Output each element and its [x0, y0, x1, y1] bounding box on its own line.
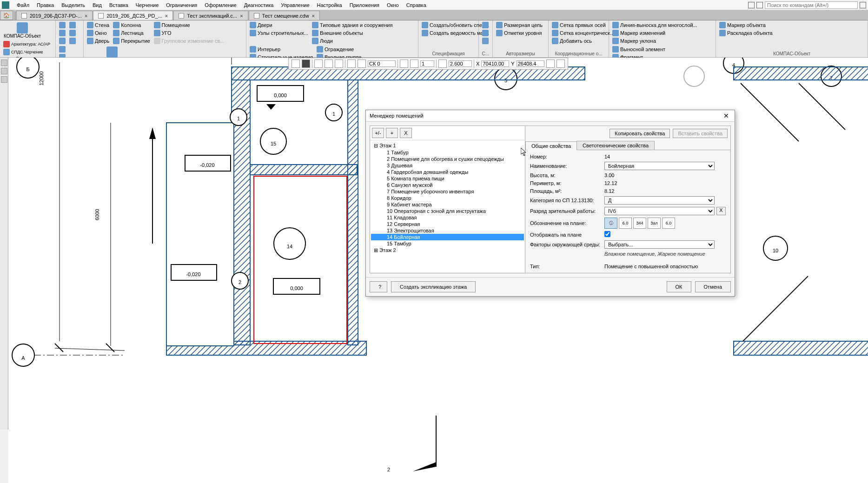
name-select[interactable]: Бойлерная — [604, 162, 715, 170]
tool-button[interactable] — [68, 21, 77, 29]
tab-general[interactable]: Общие свойства — [525, 141, 577, 150]
menu-diag[interactable]: Диагностика — [240, 1, 278, 9]
group-edit-button[interactable]: Групповое изменение св... — [152, 37, 226, 45]
tool-button[interactable] — [58, 29, 67, 37]
restore-icon[interactable] — [748, 2, 755, 8]
close-icon[interactable]: × — [165, 13, 168, 19]
step-input[interactable] — [420, 60, 434, 67]
close-icon[interactable]: × — [312, 13, 315, 19]
people-button[interactable]: Люди — [311, 37, 394, 45]
close-icon[interactable]: × — [240, 13, 243, 19]
leader-button[interactable]: Линия-выноска для многослой... — [611, 21, 699, 29]
command-search-input[interactable] — [765, 1, 858, 9]
designation-option[interactable]: Зал — [648, 218, 661, 229]
plusminus-button[interactable]: +/- — [372, 128, 384, 138]
view-tool-button[interactable] — [410, 60, 418, 68]
grid-rect-button[interactable]: Сетка прямых осей — [550, 21, 607, 29]
menu-draw[interactable]: Черчение — [132, 1, 163, 9]
category-select[interactable]: Д — [604, 196, 715, 205]
sk-input[interactable] — [368, 60, 396, 67]
stairs-button[interactable]: Лестница — [112, 29, 151, 37]
tool-button[interactable] — [68, 29, 77, 37]
statement-button[interactable]: Создать ведомость мат... — [420, 29, 477, 37]
cancel-button[interactable]: Отмена — [695, 281, 731, 292]
designation-option[interactable]: 344 — [633, 218, 646, 229]
level-button[interactable]: Отметки уровня — [495, 29, 546, 37]
menu-window[interactable]: Окно — [383, 1, 403, 9]
view-tool-button[interactable] — [557, 60, 565, 68]
tree-room-node[interactable]: 9 Кабинет мастера — [371, 201, 524, 208]
tree-room-node[interactable]: 1 Тамбур — [371, 149, 524, 156]
close-icon[interactable]: ✕ — [722, 112, 731, 119]
tool-icon[interactable] — [1, 68, 7, 74]
menu-file[interactable]: Файл — [13, 1, 33, 9]
view-tool-button[interactable] — [546, 60, 555, 68]
snap-button[interactable] — [314, 60, 323, 68]
designation-option[interactable]: 6.0 — [619, 218, 632, 229]
tree-room-node[interactable]: 11 Кладовая — [371, 214, 524, 221]
document-tab[interactable]: Тест экспликаций.c...× — [173, 11, 248, 20]
menu-select[interactable]: Выделить — [58, 1, 89, 9]
detail-button[interactable]: Выносной элемент — [611, 46, 667, 53]
env-factors-select[interactable]: Выбрать... — [604, 240, 715, 249]
tree-room-node[interactable]: 6 Санузел мужской — [371, 182, 524, 188]
view-tool-button[interactable] — [302, 60, 310, 68]
view-tool-button[interactable] — [400, 60, 408, 68]
tree-room-node[interactable]: 3 Душевая — [371, 162, 524, 169]
ok-button[interactable]: ОК — [667, 281, 691, 292]
menu-edit[interactable]: Правка — [33, 1, 58, 9]
buildings-button[interactable]: Типовые здания и сооружения — [311, 21, 394, 29]
search-settings-icon[interactable] — [860, 2, 866, 8]
tree-room-node[interactable]: 4 Гардеробная домашней одежды — [371, 169, 524, 175]
room-tree[interactable]: Этаж 1 1 Тамбур2 Помещение для обогрева … — [370, 140, 525, 273]
delete-button[interactable]: X — [400, 128, 412, 138]
column-button[interactable]: Колонна — [112, 21, 151, 29]
tree-room-node[interactable]: 13 Электрощитовая — [371, 227, 524, 234]
tab-lighting[interactable]: Светотехнические свойства — [576, 141, 655, 150]
copy-properties-button[interactable]: Копировать свойства — [610, 129, 670, 138]
room-button[interactable]: Помещение — [152, 21, 226, 29]
slab-button[interactable]: Перекрытие — [112, 37, 151, 45]
nodes-button[interactable]: Узлы строительных... — [248, 29, 310, 37]
menu-apps[interactable]: Приложения — [346, 1, 383, 9]
external-button[interactable]: Внешние объекты — [311, 29, 394, 37]
paste-properties-button[interactable]: Вставить свойства — [673, 129, 728, 138]
menu-manage[interactable]: Управление — [277, 1, 313, 9]
designation-option[interactable]: ⓘ — [604, 218, 617, 229]
x-coord-input[interactable] — [481, 60, 509, 67]
object-marker-button[interactable]: Маркер объекта — [718, 21, 866, 29]
zoom-icon[interactable] — [438, 60, 447, 68]
document-tab[interactable]: Тест смещение.cdw× — [249, 11, 320, 20]
show-on-plan-checkbox[interactable] — [604, 231, 610, 237]
fence-button[interactable]: Ограждение — [315, 46, 388, 53]
wall-button[interactable]: Стена — [86, 21, 111, 29]
menu-help[interactable]: Справка — [403, 1, 430, 9]
dimension-button[interactable]: Размерная цепь — [495, 21, 546, 29]
tool-icon[interactable] — [1, 76, 7, 83]
razryad-select[interactable]: IVб — [604, 207, 715, 215]
document-tab[interactable]: 2019_206-ДС37-PD-...× — [16, 11, 93, 20]
ortho-icon[interactable] — [358, 60, 366, 68]
spec-button[interactable]: Создать/обновить спец... — [420, 21, 477, 29]
tree-floor-node[interactable]: Этаж 2 — [371, 247, 524, 254]
clear-button[interactable]: X — [716, 207, 726, 215]
create-explication-button[interactable]: Создать экспликацию этажа — [391, 281, 476, 292]
tool-button[interactable] — [481, 29, 490, 37]
tool-button[interactable] — [58, 21, 67, 29]
doors-catalog-button[interactable]: Двери — [248, 21, 310, 29]
designation-option[interactable]: 6.0 — [662, 218, 675, 229]
document-tab[interactable]: 2019_206_ДС25_PD_...× — [93, 11, 173, 20]
tree-room-node[interactable]: 8 Коридор — [371, 195, 524, 201]
menu-decor[interactable]: Оформление — [201, 1, 240, 9]
menu-settings[interactable]: Настройка — [313, 1, 346, 9]
zoom-input[interactable] — [449, 60, 472, 67]
slope-marker-button[interactable]: Маркер уклона — [611, 37, 699, 45]
door-button[interactable]: Дверь — [86, 37, 111, 45]
tool-button[interactable] — [58, 46, 67, 53]
add-axis-button[interactable]: Добавить ось — [550, 37, 607, 45]
tool-button[interactable] — [481, 37, 490, 45]
layout-button[interactable]: Раскладка объекта — [718, 29, 866, 37]
view-tool-button[interactable] — [292, 60, 300, 68]
grid-conc-button[interactable]: Сетка концентрическ... — [550, 29, 607, 37]
tool-button[interactable] — [58, 37, 67, 45]
